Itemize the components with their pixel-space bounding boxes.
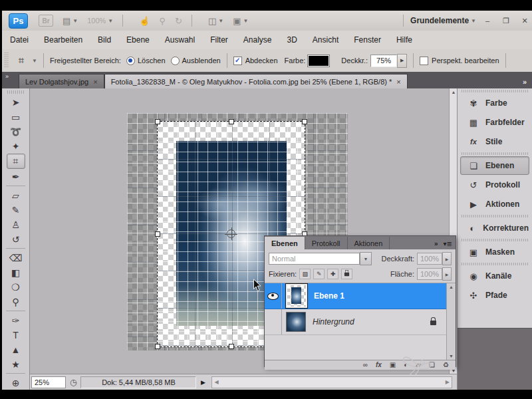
dock-button-ebenen[interactable]: ❏ Ebenen bbox=[460, 156, 529, 175]
grip-handle[interactable] bbox=[7, 90, 24, 94]
zoom-percentage-input[interactable]: 25% bbox=[31, 376, 66, 388]
fill-spinner[interactable]: ▶ bbox=[442, 267, 452, 281]
tab-overflow-right-icon[interactable]: » bbox=[523, 78, 527, 86]
scroll-left-icon[interactable]: ◀ bbox=[214, 379, 218, 385]
tool-move[interactable]: ➤ bbox=[7, 95, 25, 109]
hand-tool-icon[interactable]: ☝ bbox=[139, 16, 150, 26]
grip-handle[interactable] bbox=[462, 90, 528, 92]
tool-dodge[interactable]: ⚲ bbox=[7, 295, 25, 309]
perspective-checkbox[interactable] bbox=[420, 57, 428, 65]
crop-tool-preset-icon[interactable]: ⌗ bbox=[13, 53, 30, 68]
zoom-tool-icon[interactable]: ⚲ bbox=[160, 16, 166, 26]
close-tab-icon[interactable]: × bbox=[93, 78, 97, 86]
tab-protokoll[interactable]: Protokoll bbox=[305, 237, 348, 249]
tool-lasso[interactable]: ➰ bbox=[7, 124, 25, 138]
menu-ansicht[interactable]: Ansicht bbox=[313, 35, 338, 45]
layer-name[interactable]: Hintergrund bbox=[313, 317, 354, 327]
crop-handle[interactable] bbox=[229, 344, 234, 349]
chevron-down-icon[interactable]: ▼ bbox=[471, 18, 476, 24]
dock-button-korrekturen[interactable]: ◐ Korrekturen bbox=[460, 219, 529, 237]
opacity-value[interactable]: 100% bbox=[417, 253, 442, 265]
menu-ebene[interactable]: Ebene bbox=[126, 35, 150, 45]
minimize-button[interactable]: – bbox=[480, 17, 495, 25]
tab-overflow-left-icon[interactable]: » bbox=[2, 73, 12, 82]
chevron-down-icon[interactable]: ▼ bbox=[243, 18, 248, 24]
layer-thumbnail[interactable] bbox=[286, 284, 307, 308]
tab-aktionen[interactable]: Aktionen bbox=[348, 237, 390, 249]
dock-button-farbfelder[interactable]: ▦ Farbfelder bbox=[460, 113, 529, 132]
hide-radio[interactable] bbox=[171, 57, 180, 65]
delete-radio[interactable] bbox=[126, 57, 135, 65]
tool-history-brush[interactable]: ↺ bbox=[7, 232, 25, 246]
dock-button-protokoll[interactable]: ↺ Protokoll bbox=[460, 176, 529, 194]
tool-gradient[interactable]: ◧ bbox=[7, 265, 25, 279]
collapse-panel-icon[interactable]: » bbox=[434, 240, 438, 247]
grip-handle[interactable] bbox=[4, 53, 9, 68]
dock-group-separator[interactable] bbox=[462, 152, 528, 155]
shield-opacity-input[interactable]: 75% bbox=[370, 55, 397, 67]
scroll-right-icon[interactable]: ▶ bbox=[446, 379, 450, 385]
crop-handle[interactable] bbox=[155, 231, 160, 237]
crop-handle[interactable] bbox=[155, 344, 160, 349]
visibility-toggle[interactable] bbox=[265, 309, 282, 334]
tool-quick-selection[interactable]: ✦ bbox=[7, 139, 25, 153]
shield-checkbox-label[interactable]: Abdecken bbox=[245, 57, 278, 65]
delete-layer-icon[interactable]: ♻ bbox=[443, 362, 449, 368]
dock-button-aktionen[interactable]: ▶ Aktionen bbox=[460, 195, 529, 213]
tool-brush[interactable]: ✎ bbox=[7, 203, 25, 217]
zoom-level-field[interactable]: 100% bbox=[87, 17, 106, 25]
menu-fenster[interactable]: Fenster bbox=[354, 35, 381, 45]
delete-radio-label[interactable]: Löschen bbox=[138, 57, 166, 65]
arrange-documents-icon[interactable]: ◫ bbox=[208, 16, 216, 26]
document-tab-active[interactable]: Fotolia_1362838_M - © Oleg Matyukhov - F… bbox=[104, 74, 408, 88]
chevron-down-icon[interactable]: ▼ bbox=[218, 18, 223, 24]
tool-custom-shape[interactable]: ★ bbox=[7, 357, 25, 371]
screen-mode-icon[interactable]: ▣ bbox=[233, 16, 241, 26]
status-flyout-icon[interactable]: ▶ bbox=[198, 376, 207, 388]
rotate-view-icon[interactable]: ↻ bbox=[175, 16, 182, 26]
link-layers-icon[interactable]: ∞ bbox=[363, 362, 368, 368]
layer-thumbnail[interactable] bbox=[286, 312, 306, 332]
lock-all-icon[interactable] bbox=[341, 269, 352, 279]
layer-row-ebene1[interactable]: Ebene 1 bbox=[265, 283, 447, 309]
chevron-down-icon[interactable]: ▼ bbox=[360, 252, 372, 265]
crop-handle[interactable] bbox=[229, 119, 234, 124]
bridge-button[interactable]: Br bbox=[39, 15, 53, 27]
lock-paint-icon[interactable]: ✎ bbox=[313, 269, 325, 279]
tool-healing-brush[interactable]: ▱ bbox=[7, 188, 25, 202]
photoshop-logo[interactable]: Ps bbox=[9, 13, 28, 29]
restore-button[interactable]: ❐ bbox=[499, 17, 513, 25]
dock-group-separator[interactable] bbox=[462, 239, 528, 241]
tool-blur[interactable]: ❍ bbox=[7, 280, 25, 294]
hide-radio-label[interactable]: Ausblenden bbox=[182, 57, 221, 65]
lock-move-icon[interactable]: ✚ bbox=[327, 269, 338, 279]
shield-opacity-spinner[interactable]: ▶ bbox=[397, 54, 407, 68]
tool-rotate-3d[interactable]: ⊕ bbox=[7, 376, 25, 390]
layer-name[interactable]: Ebene 1 bbox=[314, 291, 344, 301]
menu-hilfe[interactable]: Hilfe bbox=[396, 35, 412, 45]
layers-scrollbar[interactable]: ▲ ▼ bbox=[446, 283, 456, 360]
tab-title[interactable]: Lev Dolgatshjov.jpg bbox=[25, 78, 88, 86]
menu-auswahl[interactable]: Auswahl bbox=[165, 35, 195, 45]
scroll-up-icon[interactable]: ▲ bbox=[447, 285, 456, 289]
perspective-checkbox-label[interactable]: Perspekt. bearbeiten bbox=[432, 57, 499, 65]
crop-handle[interactable] bbox=[302, 119, 307, 124]
close-button[interactable]: ✕ bbox=[517, 17, 532, 25]
crop-center-target[interactable] bbox=[227, 229, 235, 238]
menu-datei[interactable]: Datei bbox=[10, 35, 29, 45]
chevron-down-icon[interactable]: ▼ bbox=[32, 58, 37, 64]
document-tab-inactive[interactable]: Lev Dolgatshjov.jpg × bbox=[19, 74, 104, 88]
tool-path-selection[interactable]: ▲ bbox=[7, 342, 25, 356]
shield-checkbox[interactable]: ✓ bbox=[233, 57, 242, 65]
close-tab-icon[interactable]: × bbox=[396, 78, 400, 86]
tab-ebenen[interactable]: Ebenen bbox=[265, 237, 305, 249]
view-extras-icon[interactable]: ▤ bbox=[63, 16, 70, 26]
add-mask-icon[interactable]: ▣ bbox=[390, 362, 396, 368]
tool-eyedropper[interactable]: ✒ bbox=[7, 170, 25, 184]
visibility-toggle[interactable] bbox=[265, 283, 282, 309]
chevron-down-icon[interactable]: ▼ bbox=[72, 18, 78, 24]
dock-button-kanaele[interactable]: ◉ Kanäle bbox=[460, 267, 529, 285]
crop-handle[interactable] bbox=[155, 119, 160, 124]
tool-crop[interactable]: ⌗ bbox=[7, 154, 25, 169]
dock-button-farbe[interactable]: ✾ Farbe bbox=[460, 94, 529, 112]
